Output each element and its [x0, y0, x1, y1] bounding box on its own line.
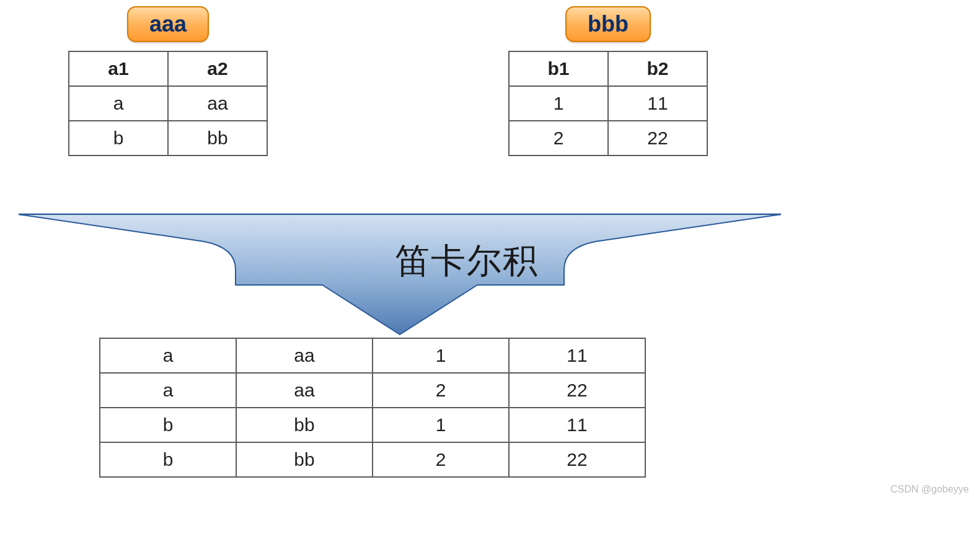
cell: a: [69, 86, 168, 121]
table-row: 1 11: [509, 86, 707, 121]
table-row: b bb 2 22: [100, 442, 645, 477]
cell: 22: [509, 373, 645, 408]
table-b-header-row: b1 b2: [509, 51, 707, 86]
cell: 2: [509, 121, 608, 155]
table-a: a1 a2 a aa b bb: [68, 51, 268, 156]
cell: b: [69, 121, 168, 155]
cell: 11: [509, 408, 645, 442]
table-a-header-1: a2: [168, 51, 267, 86]
table-b-title-pill: bbb: [565, 6, 651, 42]
cell: aa: [236, 338, 373, 373]
cell: bb: [236, 442, 373, 477]
cell: aa: [236, 373, 373, 408]
table-row: b bb: [69, 121, 267, 155]
table-row: a aa 2 22: [100, 373, 645, 408]
cell: 2: [373, 373, 509, 408]
table-row: a aa 1 11: [100, 338, 645, 373]
cell: bb: [236, 408, 373, 442]
table-a-title-pill: aaa: [127, 6, 209, 42]
table-a-header-row: a1 a2: [69, 51, 267, 86]
table-b-block: bbb b1 b2 1 11 2 22: [508, 6, 708, 156]
cell: 22: [608, 121, 707, 155]
cell: a: [100, 373, 236, 408]
arrow-label: 笛卡尔积: [395, 238, 539, 285]
cell: 11: [509, 338, 645, 373]
table-row: b bb 1 11: [100, 408, 645, 442]
table-b-header-0: b1: [509, 51, 608, 86]
table-b-header-1: b2: [608, 51, 707, 86]
cell: aa: [168, 86, 267, 121]
cell: a: [100, 338, 236, 373]
cell: b: [100, 442, 236, 477]
result-table-block: a aa 1 11 a aa 2 22 b bb 1 11 b bb 2 22: [99, 338, 646, 478]
result-table: a aa 1 11 a aa 2 22 b bb 1 11 b bb 2 22: [99, 338, 646, 478]
cell: 11: [608, 86, 707, 121]
cell: 22: [509, 442, 645, 477]
table-a-header-0: a1: [69, 51, 168, 86]
watermark-text: CSDN @gobeyye: [890, 484, 969, 495]
table-row: 2 22: [509, 121, 707, 155]
cell: bb: [168, 121, 267, 155]
cell: 1: [373, 338, 509, 373]
table-b: b1 b2 1 11 2 22: [508, 51, 708, 156]
table-a-block: aaa a1 a2 a aa b bb: [68, 6, 268, 156]
cell: 2: [373, 442, 509, 477]
cell: b: [100, 408, 236, 442]
table-row: a aa: [69, 86, 267, 121]
cell: 1: [509, 86, 608, 121]
cell: 1: [373, 408, 509, 442]
